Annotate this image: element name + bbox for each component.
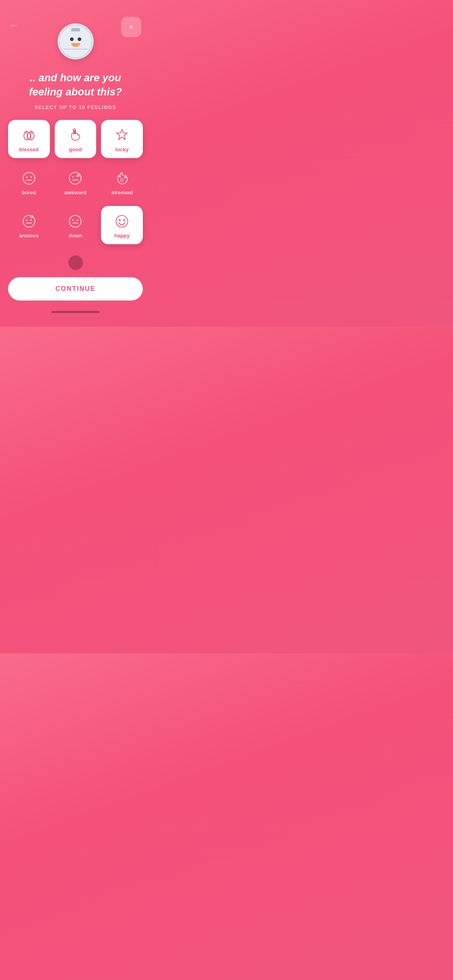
good-icon xyxy=(67,127,83,143)
svg-point-17 xyxy=(70,216,81,227)
svg-point-8 xyxy=(26,177,28,178)
feeling-anxious[interactable]: anxious xyxy=(8,206,50,244)
robot-line xyxy=(64,49,88,49)
close-icon: × xyxy=(129,23,134,32)
happy-label: happy xyxy=(114,233,130,239)
back-button[interactable]: ← xyxy=(10,20,19,31)
feeling-lucky[interactable]: lucky xyxy=(101,120,143,158)
lucky-label: lucky xyxy=(115,146,129,152)
bored-icon xyxy=(21,170,37,186)
close-button[interactable]: × xyxy=(121,17,141,37)
anxious-icon xyxy=(21,213,37,229)
bored-label: bored xyxy=(22,189,36,196)
robot-eye-left xyxy=(70,37,74,41)
feeling-blessed[interactable]: blessed xyxy=(8,120,50,158)
down-icon xyxy=(67,213,83,229)
robot-mouth xyxy=(71,43,80,47)
awkward-label: awkward xyxy=(64,189,86,196)
feeling-stressed[interactable]: stressed xyxy=(101,163,143,201)
svg-marker-6 xyxy=(117,130,128,140)
down-label: down xyxy=(69,233,82,239)
svg-point-15 xyxy=(26,220,28,221)
anxious-label: anxious xyxy=(19,233,39,239)
svg-point-18 xyxy=(72,220,74,221)
svg-point-21 xyxy=(119,219,121,221)
blessed-icon xyxy=(21,127,37,143)
feelings-grid: blessed good lucky bored xyxy=(0,110,151,244)
feeling-awkward[interactable]: awkward xyxy=(55,163,97,201)
awkward-icon xyxy=(67,170,83,186)
svg-point-16 xyxy=(30,220,32,221)
svg-point-9 xyxy=(30,177,32,178)
blessed-label: blessed xyxy=(19,146,39,152)
header: ← × xyxy=(0,0,151,60)
pagination-dot-active xyxy=(68,255,83,270)
avatar xyxy=(58,23,94,60)
feeling-bored[interactable]: bored xyxy=(8,163,50,201)
stressed-icon xyxy=(114,170,130,186)
feeling-down[interactable]: down xyxy=(55,206,97,244)
happy-icon xyxy=(114,213,130,229)
home-indicator xyxy=(51,311,100,313)
pagination xyxy=(68,255,83,270)
svg-point-19 xyxy=(77,220,78,221)
feeling-good[interactable]: good xyxy=(55,120,97,158)
good-label: good xyxy=(69,146,82,152)
stressed-label: stressed xyxy=(111,189,132,196)
page-subtitle: SELECT UP TO 10 FEELINGS xyxy=(35,105,116,110)
robot-antenna xyxy=(71,28,80,31)
page-title: .. and how are you feeling about this? xyxy=(0,60,151,99)
lucky-icon xyxy=(114,127,130,143)
robot-eyes xyxy=(70,37,81,41)
svg-point-22 xyxy=(123,219,125,221)
svg-point-7 xyxy=(23,173,35,184)
svg-point-13 xyxy=(121,179,124,181)
feeling-happy[interactable]: happy xyxy=(101,206,143,244)
svg-point-12 xyxy=(72,177,74,178)
svg-point-20 xyxy=(116,216,128,227)
continue-button[interactable]: CONTINUE xyxy=(8,277,143,301)
robot-eye-right xyxy=(78,37,81,41)
